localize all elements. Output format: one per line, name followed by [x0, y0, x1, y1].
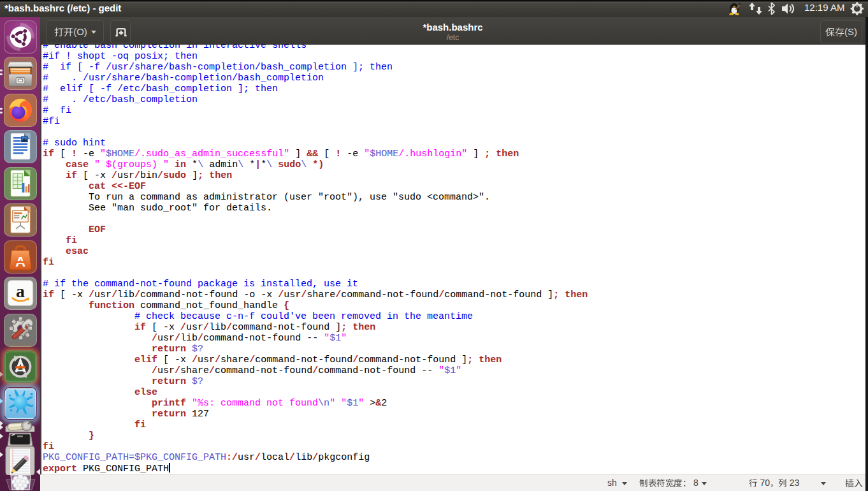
svg-text:a: a — [16, 281, 25, 301]
